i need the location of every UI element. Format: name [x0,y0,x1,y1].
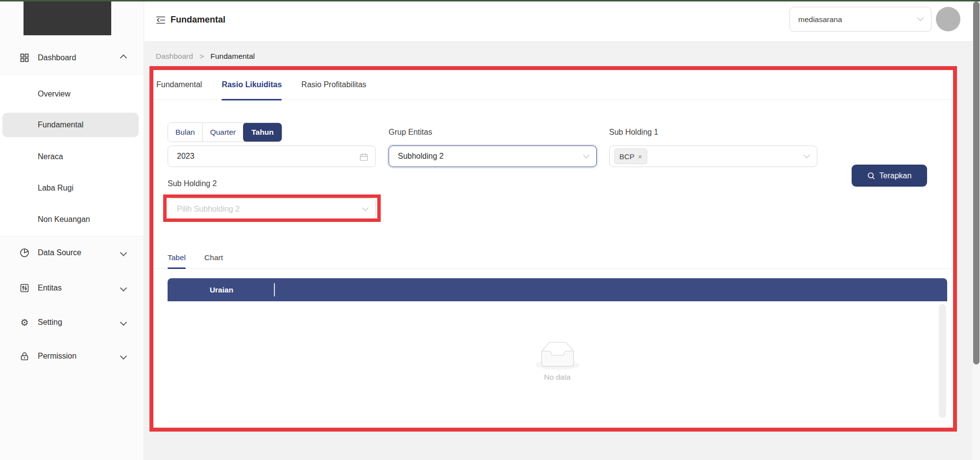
tag-close-icon[interactable]: × [638,153,642,160]
segment-label: Bulan [175,128,195,137]
sidebar-item-dashboard[interactable]: Dashboard [0,47,144,69]
sidebar-item-label: Data Source [38,248,81,257]
sidebar-item-label: Permission [38,352,76,361]
breadcrumb-current: Fundamental [211,52,255,60]
tab-rasio-likuiditas[interactable]: Rasio Likuiditas [221,70,282,100]
sidebar-item-label: Setting [38,318,62,327]
chevron-down-icon [121,248,126,257]
top-accent-line [0,0,980,1]
dashboard-submenu: Overview Fundamental Neraca Laba Rugi No… [0,74,144,237]
empty-text: No data [544,373,570,382]
apply-button[interactable]: Terapkan [852,165,927,187]
grup-entitas-label: Grup Entitas [389,122,432,142]
chevron-down-icon [917,15,924,21]
pie-chart-icon [20,248,29,258]
tab-label: Rasio Likuiditas [221,80,282,89]
sidebar-item-setting[interactable]: ⚙ Setting [0,312,144,333]
tenant-select[interactable]: mediasarana [789,7,931,32]
view-tabs-row: Tabel Chart [153,247,953,269]
sidebar-item-entitas[interactable]: Entitas [0,277,144,299]
app-screen: Dashboard Overview Fundamental Neraca La… [0,0,980,460]
period-option-tahun[interactable]: Tahun [243,122,282,142]
sliders-icon [20,283,29,293]
selected-tag: BCP × [614,148,647,164]
year-picker-value: 2023 [177,152,195,161]
empty-inbox-icon [536,341,580,370]
tab-label: Tabel [168,253,186,262]
avatar[interactable] [936,7,960,31]
year-picker[interactable]: 2023 [168,145,376,167]
segment-label: Tahun [251,128,273,137]
sub-holding-1-select[interactable]: BCP × [609,145,817,167]
page-scrollbar [973,1,980,460]
tab-fundamental[interactable]: Fundamental [156,70,202,100]
sidebar-item-non-keuangan[interactable]: Non Keuangan [2,207,139,232]
menu-fold-icon[interactable] [156,15,166,25]
period-segmented-control: Bulan Quarter Tahun [168,122,282,142]
chevron-down-icon [121,352,126,361]
chevron-down-icon [121,284,126,292]
sidebar-item-label: Non Keuangan [38,215,90,224]
tag-label: BCP [619,152,635,161]
sidebar-item-overview[interactable]: Overview [2,82,139,106]
chevron-up-icon [121,53,126,62]
breadcrumb-separator: > [199,52,204,60]
sidebar-item-laba-rugi[interactable]: Laba Rugi [2,176,139,200]
period-option-bulan[interactable]: Bulan [168,123,203,142]
gear-icon: ⚙ [20,317,29,327]
chevron-down-icon [583,152,589,158]
segment-label: Quarter [210,128,236,137]
tab-tabel[interactable]: Tabel [168,247,186,269]
sidebar-item-fundamental[interactable]: Fundamental [2,113,139,137]
chevron-down-icon [121,318,126,327]
breadcrumb-dashboard[interactable]: Dashboard [156,52,193,60]
period-option-quarter[interactable]: Quarter [203,123,244,142]
column-header-uraian: Uraian [202,286,241,294]
tenant-select-value: mediasarana [798,15,842,24]
sidebar-item-label: Fundamental [38,121,83,129]
tabs-row: Fundamental Rasio Likuiditas Rasio Profi… [153,70,953,100]
sidebar-item-label: Dashboard [38,53,76,62]
tab-rasio-profitabilitas[interactable]: Rasio Profitabilitas [301,70,367,100]
table-scrollbar[interactable] [939,304,946,418]
search-icon [867,172,875,180]
column-resize-handle[interactable] [274,283,275,296]
grid-icon [20,53,29,63]
sub-holding-2-label: Sub Holding 2 [168,174,217,194]
apply-button-label: Terapkan [880,171,912,180]
table-header: Uraian [168,278,947,301]
sidebar: Dashboard Overview Fundamental Neraca La… [0,1,144,460]
sub-holding-2-select[interactable]: Pilih Subholding 2 [168,198,376,219]
page-title: Fundamental [171,15,225,25]
grup-entitas-select[interactable]: Subholding 2 [389,145,597,167]
calendar-icon [359,152,368,162]
grup-entitas-value: Subholding 2 [398,152,443,161]
sidebar-item-label: Entitas [38,284,62,292]
page-scrollbar-thumb[interactable] [973,1,980,364]
logo [24,1,111,35]
sidebar-item-neraca[interactable]: Neraca [2,145,139,169]
sub-holding-1-label: Sub Holding 1 [609,122,659,142]
chevron-down-icon [804,152,810,158]
tab-label: Rasio Profitabilitas [301,80,367,89]
topbar: Fundamental mediasarana [144,1,980,42]
content-area: Dashboard > Fundamental Fundamental Rasi… [144,41,980,460]
chevron-down-icon [362,205,368,211]
sidebar-item-label: Laba Rugi [38,184,74,193]
sub-holding-2-placeholder: Pilih Subholding 2 [177,205,240,214]
tab-chart[interactable]: Chart [204,247,223,269]
breadcrumb: Dashboard > Fundamental [156,52,255,61]
sidebar-item-permission[interactable]: Permission [0,345,144,367]
tab-label: Chart [204,253,223,262]
table-body: No data [168,301,947,422]
sidebar-item-data-source[interactable]: Data Source [0,242,144,264]
lock-icon [20,351,29,361]
main-card: Fundamental Rasio Likuiditas Rasio Profi… [153,70,953,428]
tab-label: Fundamental [156,80,202,89]
sidebar-item-label: Neraca [38,152,63,161]
sidebar-item-label: Overview [38,90,71,98]
